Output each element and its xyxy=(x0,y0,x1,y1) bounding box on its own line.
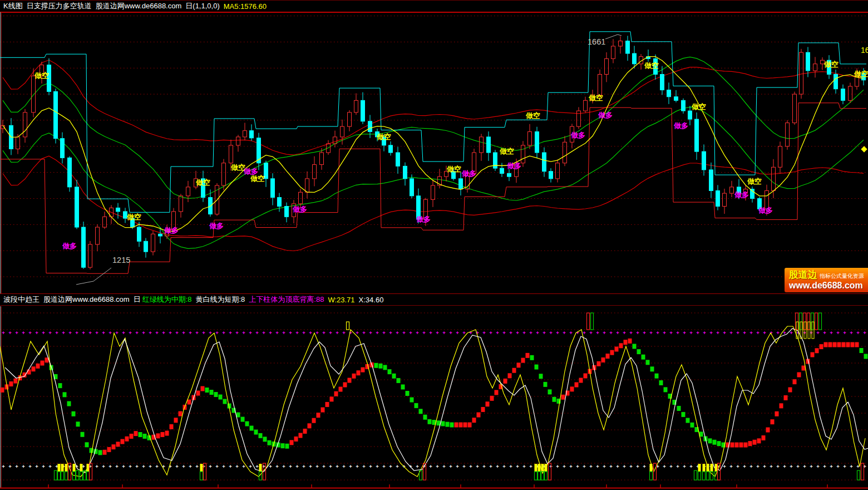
svg-text:+: + xyxy=(529,463,532,469)
watermark-banner[interactable]: 股道边 指标公式量化资源 www.de6688.com xyxy=(785,268,868,292)
svg-text:+: + xyxy=(169,330,172,336)
svg-text:+: + xyxy=(289,330,292,336)
svg-text:+: + xyxy=(8,463,12,469)
svg-text:+: + xyxy=(836,463,840,469)
svg-text:+: + xyxy=(743,463,746,469)
svg-text:+: + xyxy=(850,330,853,336)
svg-text:+: + xyxy=(155,330,159,336)
svg-text:+: + xyxy=(542,330,546,336)
svg-text:+: + xyxy=(275,330,279,336)
svg-text:+: + xyxy=(229,330,232,336)
svg-text:+: + xyxy=(108,330,112,336)
svg-text:+: + xyxy=(796,463,800,469)
svg-text:+: + xyxy=(135,463,139,469)
svg-text:+: + xyxy=(469,463,472,469)
short-signal-label: 做空 xyxy=(499,147,514,155)
svg-text:+: + xyxy=(376,330,379,336)
svg-text:+: + xyxy=(195,463,199,469)
long-signal-label: 做多 xyxy=(209,222,224,230)
svg-text:+: + xyxy=(563,463,566,469)
step-track-lines xyxy=(0,32,866,273)
svg-text:+: + xyxy=(810,463,813,469)
svg-text:+: + xyxy=(88,330,92,336)
watermark-url[interactable]: www.de6688.com xyxy=(789,281,868,291)
long-signal-label: 做多 xyxy=(461,169,476,178)
svg-text:+: + xyxy=(456,330,459,336)
svg-text:+: + xyxy=(35,463,38,469)
trade-signal-labels: 做空做空做空做空做空做空做空做空做空做空做空做空做空做空做空做多做多做多做多做多… xyxy=(34,60,868,250)
svg-text:+: + xyxy=(162,330,165,336)
svg-text:+: + xyxy=(623,330,626,336)
svg-text:+: + xyxy=(369,463,372,469)
svg-text:+: + xyxy=(22,330,25,336)
svg-text:+: + xyxy=(816,330,820,336)
svg-text:+: + xyxy=(636,463,639,469)
svg-text:+: + xyxy=(309,463,312,469)
short-signal-label: 做空 xyxy=(588,94,603,102)
oscillator-titlebar[interactable]: 波段中趋王 股道边网www.de6688.com 日 红绿线为中期:8 黄白线为… xyxy=(0,293,868,306)
oscillator-chart[interactable]: ++++++++++++++++++++++++++++++++++++++++… xyxy=(0,306,868,490)
svg-text:+: + xyxy=(8,330,12,336)
long-signal-label: 做多 xyxy=(570,131,585,139)
oscillator-title-name[interactable]: 波段中趋王 xyxy=(3,295,40,305)
svg-text:+: + xyxy=(122,330,125,336)
svg-text:+: + xyxy=(669,330,673,336)
shortterm-white-line xyxy=(5,329,868,473)
svg-text:+: + xyxy=(756,330,760,336)
svg-text:+: + xyxy=(716,330,719,336)
svg-text:+: + xyxy=(175,330,179,336)
svg-text:+: + xyxy=(843,463,846,469)
svg-text:+: + xyxy=(583,330,586,336)
svg-text:+: + xyxy=(209,463,212,469)
svg-text:+: + xyxy=(322,330,326,336)
svg-text:+: + xyxy=(249,463,252,469)
svg-text:+: + xyxy=(442,463,446,469)
svg-text:+: + xyxy=(329,463,332,469)
shortterm-yellow-line xyxy=(0,326,865,477)
kline-titlebar[interactable]: K线图 日支撑压力多空轨道 股道边网www.de6688.com 日(1,1,0… xyxy=(0,0,868,12)
svg-text:+: + xyxy=(756,463,760,469)
svg-text:+: + xyxy=(68,330,72,336)
svg-text:+: + xyxy=(482,330,486,336)
kline-ma5-readout: MA5:1576.60 xyxy=(224,2,267,11)
high-price-label: 1661 xyxy=(588,37,605,46)
short-signal-label: 做空 xyxy=(250,174,265,183)
svg-text:+: + xyxy=(609,463,613,469)
long-signal-label: 做多 xyxy=(243,167,258,175)
low-price-label: 1215 xyxy=(112,256,130,264)
watermark-tagline: 指标公式量化资源 xyxy=(820,273,864,280)
short-signal-label: 做空 xyxy=(691,102,706,111)
svg-text:+: + xyxy=(315,463,319,469)
svg-text:+: + xyxy=(763,463,766,469)
svg-text:+: + xyxy=(709,330,713,336)
svg-text:+: + xyxy=(102,330,105,336)
short-signal-label: 做空 xyxy=(525,111,540,120)
svg-text:+: + xyxy=(629,463,633,469)
kline-params-text: 日(1,1,0,0) xyxy=(185,1,219,11)
long-signal-label: 做多 xyxy=(506,161,521,170)
svg-text:+: + xyxy=(689,463,693,469)
svg-text:+: + xyxy=(516,330,519,336)
long-signal-label: 做多 xyxy=(62,242,77,250)
svg-text:+: + xyxy=(202,330,205,336)
svg-text:+: + xyxy=(556,463,559,469)
short-signal-label: 做空 xyxy=(747,177,762,185)
svg-text:+: + xyxy=(315,330,319,336)
svg-text:+: + xyxy=(703,330,706,336)
svg-text:+: + xyxy=(295,330,299,336)
kline-chart[interactable]: 做空做空做空做空做空做空做空做空做空做空做空做空做空做空做空做多做多做多做多做多… xyxy=(0,12,868,293)
svg-text:+: + xyxy=(35,330,38,336)
svg-text:+: + xyxy=(749,330,753,336)
svg-text:+: + xyxy=(42,463,45,469)
svg-text:+: + xyxy=(108,463,112,469)
svg-text:+: + xyxy=(803,463,806,469)
svg-text:+: + xyxy=(189,330,192,336)
svg-text:+: + xyxy=(469,330,472,336)
oscillator-short-param: 黄白线为短期:8 xyxy=(195,295,245,305)
svg-text:+: + xyxy=(376,463,379,469)
svg-text:+: + xyxy=(783,463,786,469)
threshold-rows: ++++++++++++++++++++++++++++++++++++++++… xyxy=(2,330,866,469)
kline-indicator-name[interactable]: 日支撑压力多空轨道 xyxy=(27,1,92,11)
svg-text:+: + xyxy=(129,463,132,469)
svg-text:+: + xyxy=(830,463,833,469)
